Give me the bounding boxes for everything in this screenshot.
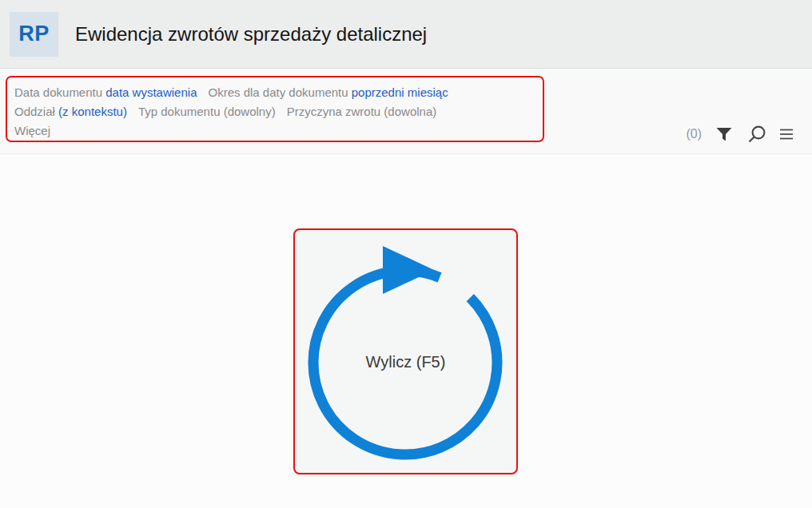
menu-icon[interactable] bbox=[780, 129, 793, 140]
filter-count-badge: (0) bbox=[686, 127, 702, 141]
module-badge: RP bbox=[10, 12, 58, 57]
toolbar: (0) bbox=[686, 124, 793, 145]
refresh-circle-icon bbox=[295, 230, 516, 473]
filter-label: Przyczyna zwrotu (dowolna) bbox=[287, 105, 437, 118]
filter-label: Więcej bbox=[14, 124, 50, 137]
search-icon[interactable] bbox=[746, 125, 766, 145]
filter-branch[interactable]: Oddział (z kontekstu) bbox=[14, 105, 127, 118]
filter-document-type[interactable]: Typ dokumentu (dowolny) bbox=[138, 105, 276, 118]
filter-funnel-icon[interactable] bbox=[715, 125, 733, 143]
filter-return-reason[interactable]: Przyczyna zwrotu (dowolna) bbox=[287, 105, 437, 118]
filter-line-3: Więcej bbox=[14, 121, 536, 141]
filter-more-link[interactable]: Więcej bbox=[14, 124, 50, 137]
filter-label: Okres dla daty dokumentu bbox=[208, 85, 348, 99]
filter-document-date[interactable]: Data dokumentu data wystawienia bbox=[14, 85, 197, 99]
filter-label: Typ dokumentu (dowolny) bbox=[138, 105, 276, 118]
page-title: Ewidencja zwrotów sprzedaży detalicznej bbox=[75, 23, 427, 46]
calculate-button-label: Wylicz (F5) bbox=[295, 353, 516, 371]
calculate-refresh-button[interactable]: Wylicz (F5) bbox=[293, 228, 518, 474]
filter-value-link[interactable]: poprzedni miesiąc bbox=[352, 85, 448, 99]
filter-line-1: Data dokumentu data wystawieniaOkres dla… bbox=[14, 83, 536, 102]
annotation-box-filters: Data dokumentu data wystawieniaOkres dla… bbox=[6, 76, 544, 142]
filter-line-2: Oddział (z kontekstu)Typ dokumentu (dowo… bbox=[14, 102, 536, 121]
filter-value-link[interactable]: data wystawienia bbox=[105, 85, 197, 99]
window-header: RP Ewidencja zwrotów sprzedaży detaliczn… bbox=[0, 0, 812, 69]
filter-period[interactable]: Okres dla daty dokumentu poprzedni miesi… bbox=[208, 85, 448, 99]
filter-label: Oddział bbox=[14, 105, 55, 118]
arrow-head-icon bbox=[383, 246, 434, 294]
main-area: Wylicz (F5) bbox=[0, 155, 812, 508]
filter-strip: Data dokumentu data wystawieniaOkres dla… bbox=[0, 69, 812, 154]
filter-label: Data dokumentu bbox=[14, 85, 102, 99]
filter-value-link[interactable]: (z kontekstu) bbox=[58, 105, 127, 118]
